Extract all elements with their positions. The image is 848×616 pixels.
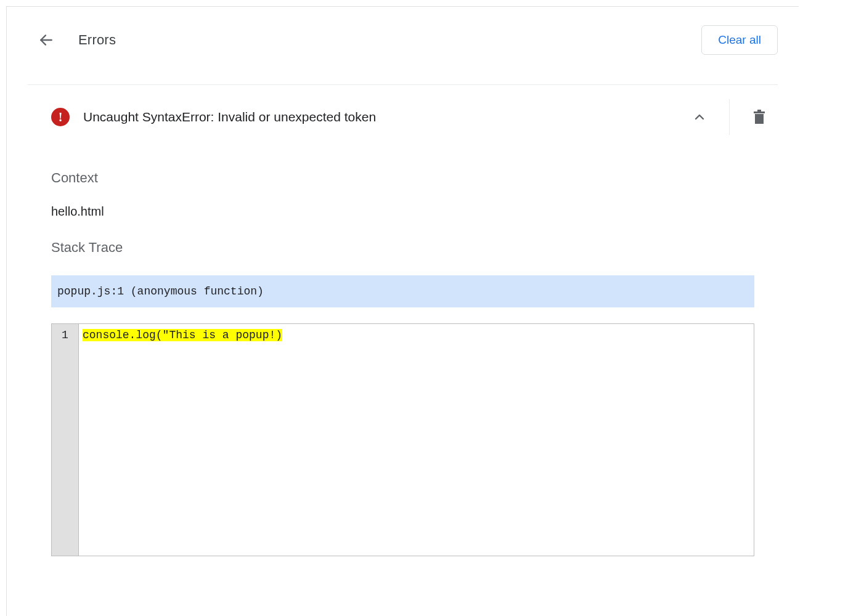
stack-frame[interactable]: popup.js:1 (anonymous function) bbox=[51, 275, 754, 307]
error-message: Uncaught SyntaxError: Invalid or unexpec… bbox=[83, 110, 681, 124]
page-title: Errors bbox=[78, 32, 116, 48]
stack-trace-label: Stack Trace bbox=[51, 240, 754, 256]
chevron-up-icon bbox=[692, 110, 707, 124]
trash-icon bbox=[752, 110, 766, 124]
svg-rect-2 bbox=[757, 110, 761, 111]
error-details: Context hello.html Stack Trace popup.js:… bbox=[7, 170, 799, 556]
delete-button[interactable] bbox=[741, 99, 778, 136]
errors-panel: Errors Clear all ! Uncaught SyntaxError:… bbox=[6, 6, 799, 616]
clear-all-button[interactable]: Clear all bbox=[701, 25, 778, 55]
context-file: hello.html bbox=[51, 205, 754, 219]
error-header-row[interactable]: ! Uncaught SyntaxError: Invalid or unexp… bbox=[7, 85, 799, 149]
line-number: 1 bbox=[52, 329, 78, 341]
separator bbox=[729, 99, 730, 135]
back-button[interactable] bbox=[34, 28, 59, 52]
code-viewer: 1 console.log("This is a popup!) bbox=[51, 323, 754, 556]
code-area: console.log("This is a popup!) bbox=[79, 324, 754, 556]
collapse-button[interactable] bbox=[681, 99, 718, 136]
context-label: Context bbox=[51, 170, 754, 186]
svg-rect-1 bbox=[754, 111, 765, 113]
error-icon: ! bbox=[51, 108, 70, 126]
header-bar: Errors Clear all bbox=[7, 7, 799, 73]
code-line-highlighted: console.log("This is a popup!) bbox=[83, 329, 282, 341]
arrow-left-icon bbox=[38, 32, 54, 48]
svg-rect-3 bbox=[755, 114, 764, 124]
code-gutter: 1 bbox=[52, 324, 79, 556]
